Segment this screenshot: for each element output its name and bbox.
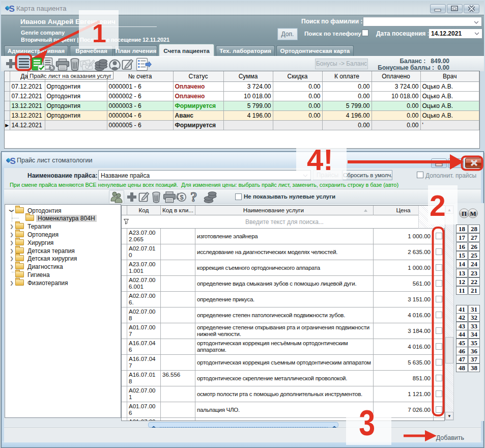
svg-text:S: S <box>9 4 15 14</box>
svg-text:М: М <box>470 210 476 217</box>
svg-text:S: S <box>10 156 16 166</box>
svg-text:П: П <box>462 210 467 217</box>
svg-text:?: ? <box>190 190 197 204</box>
svg-text:$: $ <box>180 193 184 201</box>
